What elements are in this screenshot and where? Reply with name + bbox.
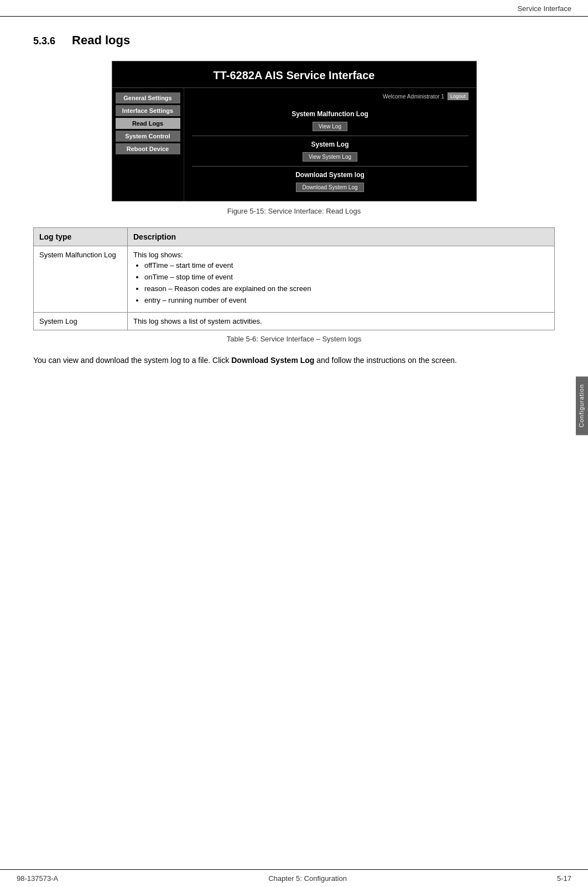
table-cell-system-log-desc: This log shows a list of system activiti…: [128, 313, 555, 330]
body-paragraph: You can view and download the system log…: [33, 354, 555, 366]
view-log-button[interactable]: View Log: [313, 122, 347, 131]
figure-box: TT-6282A AIS Service Interface General S…: [112, 61, 477, 201]
log-malfunction-title: System Malfunction Log: [192, 110, 469, 118]
download-system-log-button[interactable]: Download System Log: [296, 183, 363, 192]
malfunction-desc-intro: This log shows:: [133, 251, 183, 259]
nav-read-logs[interactable]: Read Logs: [116, 118, 180, 129]
view-system-log-button[interactable]: View System Log: [303, 152, 357, 162]
interface-top-bar: Welcome Administrator 1 Logout: [192, 92, 469, 100]
body-text-before: You can view and download the system log…: [33, 356, 231, 365]
page-footer: 98-137573-A Chapter 5: Configuration 5-1…: [0, 869, 588, 887]
page-header: Service Interface: [0, 0, 588, 17]
nav-reboot-device[interactable]: Reboot Device: [116, 143, 180, 154]
section-number: 5.3.6: [33, 35, 55, 47]
table-row-malfunction: System Malfunction Log This log shows: o…: [34, 246, 555, 313]
malfunction-bullet-list: offTime – start time of event onTime – s…: [144, 261, 549, 304]
table-header-description: Description: [128, 228, 555, 246]
interface-title-bar: TT-6282A AIS Service Interface: [112, 61, 476, 88]
section-heading: 5.3.6 Read logs: [33, 33, 555, 48]
bullet-reason: reason – Reason codes are explained on t…: [144, 284, 549, 293]
footer-center: Chapter 5: Configuration: [268, 874, 347, 883]
nav-interface-settings[interactable]: Interface Settings: [116, 105, 180, 116]
logout-button[interactable]: Logout: [447, 92, 469, 100]
footer-left: 98-137573-A: [17, 874, 58, 883]
log-section-system: System Log View System Log: [192, 136, 469, 167]
log-section-malfunction: System Malfunction Log View Log: [192, 106, 469, 136]
interface-sim: TT-6282A AIS Service Interface General S…: [112, 61, 476, 201]
bullet-offtime: offTime – start time of event: [144, 261, 549, 269]
bullet-entry: entry – running number of event: [144, 296, 549, 304]
interface-body: General Settings Interface Settings Read…: [112, 88, 476, 201]
nav-system-control[interactable]: System Control: [116, 131, 180, 142]
bullet-ontime: onTime – stop time of event: [144, 273, 549, 281]
figure-caption: Figure 5-15: Service Interface: Read Log…: [33, 207, 555, 215]
footer-right: 5-17: [557, 874, 571, 883]
welcome-text: Welcome Administrator 1: [383, 94, 444, 100]
nav-general-settings[interactable]: General Settings: [116, 92, 180, 103]
table-header-log-type: Log type: [34, 228, 128, 246]
table-row-system-log: System Log This log shows a list of syst…: [34, 313, 555, 330]
right-configuration-tab: Configuration: [576, 376, 588, 435]
log-download-title: Download System log: [192, 171, 469, 179]
body-text-bold: Download System Log: [231, 356, 314, 365]
log-section-download: Download System log Download System Log: [192, 167, 469, 196]
log-system-title: System Log: [192, 141, 469, 148]
body-text-after: and follow the instructions on the scree…: [314, 356, 457, 365]
header-title: Service Interface: [517, 4, 571, 13]
log-table: Log type Description System Malfunction …: [33, 227, 555, 330]
interface-nav: General Settings Interface Settings Read…: [112, 88, 184, 201]
table-caption: Table 5-6: Service Interface – System lo…: [33, 335, 555, 343]
main-content: 5.3.6 Read logs TT-6282A AIS Service Int…: [0, 17, 588, 407]
interface-content: Welcome Administrator 1 Logout System Ma…: [184, 88, 476, 201]
table-cell-malfunction-desc: This log shows: offTime – start time of …: [128, 246, 555, 313]
table-cell-malfunction-type: System Malfunction Log: [34, 246, 128, 313]
section-title: Read logs: [72, 33, 130, 48]
table-cell-system-log-type: System Log: [34, 313, 128, 330]
